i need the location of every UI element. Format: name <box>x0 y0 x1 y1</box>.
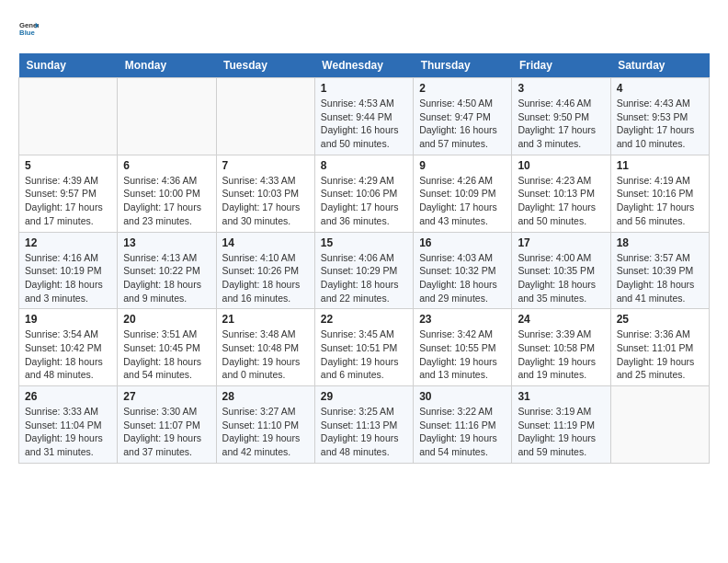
day-info: Sunrise: 4:23 AM Sunset: 10:13 PM Daylig… <box>518 174 604 228</box>
calendar-cell: 5Sunrise: 4:39 AM Sunset: 9:57 PM Daylig… <box>19 155 118 232</box>
day-number: 20 <box>123 313 210 326</box>
calendar-cell: 13Sunrise: 4:13 AM Sunset: 10:22 PM Dayl… <box>118 232 216 309</box>
day-info: Sunrise: 3:54 AM Sunset: 10:42 PM Daylig… <box>25 327 111 382</box>
logo: General Blue <box>18 18 39 39</box>
day-info: Sunrise: 4:10 AM Sunset: 10:26 PM Daylig… <box>222 251 309 305</box>
calendar-cell: 6Sunrise: 4:36 AM Sunset: 10:00 PM Dayli… <box>118 155 216 232</box>
day-number: 12 <box>25 236 111 249</box>
day-info: Sunrise: 4:26 AM Sunset: 10:09 PM Daylig… <box>419 174 506 228</box>
calendar-cell: 4Sunrise: 4:43 AM Sunset: 9:53 PM Daylig… <box>610 78 709 155</box>
day-of-week-header: Friday <box>512 53 610 78</box>
day-number: 16 <box>419 236 506 249</box>
calendar-cell: 28Sunrise: 3:27 AM Sunset: 11:10 PM Dayl… <box>216 386 314 464</box>
day-of-week-header: Monday <box>118 53 216 78</box>
day-of-week-header: Wednesday <box>314 53 413 78</box>
calendar-week-row: 26Sunrise: 3:33 AM Sunset: 11:04 PM Dayl… <box>19 386 710 464</box>
day-info: Sunrise: 3:30 AM Sunset: 11:07 PM Daylig… <box>123 405 210 459</box>
day-info: Sunrise: 3:51 AM Sunset: 10:45 PM Daylig… <box>123 327 210 382</box>
calendar-cell: 26Sunrise: 3:33 AM Sunset: 11:04 PM Dayl… <box>19 386 118 464</box>
calendar-cell: 16Sunrise: 4:03 AM Sunset: 10:32 PM Dayl… <box>414 232 512 309</box>
day-info: Sunrise: 3:48 AM Sunset: 10:48 PM Daylig… <box>222 327 309 382</box>
day-number: 17 <box>518 236 604 249</box>
calendar-cell: 23Sunrise: 3:42 AM Sunset: 10:55 PM Dayl… <box>414 309 512 386</box>
day-number: 28 <box>222 390 309 403</box>
day-info: Sunrise: 4:13 AM Sunset: 10:22 PM Daylig… <box>123 251 210 305</box>
day-info: Sunrise: 4:03 AM Sunset: 10:32 PM Daylig… <box>419 251 506 305</box>
logo-icon: General Blue <box>18 18 39 39</box>
day-info: Sunrise: 4:50 AM Sunset: 9:47 PM Dayligh… <box>419 97 506 151</box>
calendar-cell: 17Sunrise: 4:00 AM Sunset: 10:35 PM Dayl… <box>512 232 610 309</box>
calendar-cell: 27Sunrise: 3:30 AM Sunset: 11:07 PM Dayl… <box>118 386 216 464</box>
day-info: Sunrise: 3:36 AM Sunset: 11:01 PM Daylig… <box>617 327 703 382</box>
day-info: Sunrise: 4:43 AM Sunset: 9:53 PM Dayligh… <box>617 97 703 151</box>
day-number: 2 <box>419 82 506 95</box>
day-number: 9 <box>419 159 506 172</box>
calendar-cell: 9Sunrise: 4:26 AM Sunset: 10:09 PM Dayli… <box>414 155 512 232</box>
calendar-cell: 3Sunrise: 4:46 AM Sunset: 9:50 PM Daylig… <box>512 78 610 155</box>
calendar-cell: 20Sunrise: 3:51 AM Sunset: 10:45 PM Dayl… <box>118 309 216 386</box>
calendar-week-row: 5Sunrise: 4:39 AM Sunset: 9:57 PM Daylig… <box>19 155 710 232</box>
day-info: Sunrise: 3:27 AM Sunset: 11:10 PM Daylig… <box>222 405 309 459</box>
calendar-week-row: 1Sunrise: 4:53 AM Sunset: 9:44 PM Daylig… <box>19 78 710 155</box>
day-number: 13 <box>123 236 210 249</box>
day-info: Sunrise: 4:00 AM Sunset: 10:35 PM Daylig… <box>518 251 604 305</box>
day-info: Sunrise: 4:19 AM Sunset: 10:16 PM Daylig… <box>617 174 703 228</box>
calendar-cell: 18Sunrise: 3:57 AM Sunset: 10:39 PM Dayl… <box>610 232 709 309</box>
day-info: Sunrise: 3:33 AM Sunset: 11:04 PM Daylig… <box>25 405 111 459</box>
day-number: 1 <box>321 82 407 95</box>
page-header: General Blue <box>18 18 710 39</box>
day-info: Sunrise: 4:36 AM Sunset: 10:00 PM Daylig… <box>123 174 210 228</box>
day-number: 11 <box>617 159 703 172</box>
day-info: Sunrise: 3:39 AM Sunset: 10:58 PM Daylig… <box>518 327 604 382</box>
day-of-week-header: Sunday <box>19 53 118 78</box>
calendar-cell: 11Sunrise: 4:19 AM Sunset: 10:16 PM Dayl… <box>610 155 709 232</box>
calendar-cell: 21Sunrise: 3:48 AM Sunset: 10:48 PM Dayl… <box>216 309 314 386</box>
day-of-week-header: Tuesday <box>216 53 314 78</box>
calendar-cell: 1Sunrise: 4:53 AM Sunset: 9:44 PM Daylig… <box>314 78 413 155</box>
calendar-header-row: SundayMondayTuesdayWednesdayThursdayFrid… <box>19 53 710 78</box>
day-number: 19 <box>25 313 111 326</box>
day-info: Sunrise: 3:19 AM Sunset: 11:19 PM Daylig… <box>518 405 604 459</box>
calendar-cell: 7Sunrise: 4:33 AM Sunset: 10:03 PM Dayli… <box>216 155 314 232</box>
day-number: 26 <box>25 390 111 403</box>
calendar-cell: 15Sunrise: 4:06 AM Sunset: 10:29 PM Dayl… <box>314 232 413 309</box>
day-number: 6 <box>123 159 210 172</box>
calendar-cell: 2Sunrise: 4:50 AM Sunset: 9:47 PM Daylig… <box>414 78 512 155</box>
day-info: Sunrise: 4:39 AM Sunset: 9:57 PM Dayligh… <box>25 174 111 228</box>
day-info: Sunrise: 4:16 AM Sunset: 10:19 PM Daylig… <box>25 251 111 305</box>
day-number: 3 <box>518 82 604 95</box>
calendar-cell <box>216 78 314 155</box>
calendar-cell: 10Sunrise: 4:23 AM Sunset: 10:13 PM Dayl… <box>512 155 610 232</box>
day-info: Sunrise: 3:25 AM Sunset: 11:13 PM Daylig… <box>321 405 407 459</box>
day-of-week-header: Saturday <box>610 53 709 78</box>
day-number: 22 <box>321 313 407 326</box>
day-info: Sunrise: 3:22 AM Sunset: 11:16 PM Daylig… <box>419 405 506 459</box>
day-number: 18 <box>617 236 703 249</box>
day-number: 31 <box>518 390 604 403</box>
calendar-cell <box>19 78 118 155</box>
calendar-cell: 19Sunrise: 3:54 AM Sunset: 10:42 PM Dayl… <box>19 309 118 386</box>
day-info: Sunrise: 4:53 AM Sunset: 9:44 PM Dayligh… <box>321 97 407 151</box>
calendar-cell <box>610 386 709 464</box>
calendar-cell <box>118 78 216 155</box>
day-info: Sunrise: 3:42 AM Sunset: 10:55 PM Daylig… <box>419 327 506 382</box>
calendar-cell: 8Sunrise: 4:29 AM Sunset: 10:06 PM Dayli… <box>314 155 413 232</box>
day-number: 29 <box>321 390 407 403</box>
day-number: 27 <box>123 390 210 403</box>
day-info: Sunrise: 3:45 AM Sunset: 10:51 PM Daylig… <box>321 327 407 382</box>
day-info: Sunrise: 4:33 AM Sunset: 10:03 PM Daylig… <box>222 174 309 228</box>
day-number: 10 <box>518 159 604 172</box>
calendar-cell: 30Sunrise: 3:22 AM Sunset: 11:16 PM Dayl… <box>414 386 512 464</box>
calendar-week-row: 19Sunrise: 3:54 AM Sunset: 10:42 PM Dayl… <box>19 309 710 386</box>
day-number: 5 <box>25 159 111 172</box>
calendar-week-row: 12Sunrise: 4:16 AM Sunset: 10:19 PM Dayl… <box>19 232 710 309</box>
day-info: Sunrise: 3:57 AM Sunset: 10:39 PM Daylig… <box>617 251 703 305</box>
day-number: 15 <box>321 236 407 249</box>
day-number: 8 <box>321 159 407 172</box>
day-number: 14 <box>222 236 309 249</box>
day-of-week-header: Thursday <box>414 53 512 78</box>
day-number: 30 <box>419 390 506 403</box>
calendar-cell: 29Sunrise: 3:25 AM Sunset: 11:13 PM Dayl… <box>314 386 413 464</box>
calendar-table: SundayMondayTuesdayWednesdayThursdayFrid… <box>18 53 710 464</box>
calendar-cell: 12Sunrise: 4:16 AM Sunset: 10:19 PM Dayl… <box>19 232 118 309</box>
